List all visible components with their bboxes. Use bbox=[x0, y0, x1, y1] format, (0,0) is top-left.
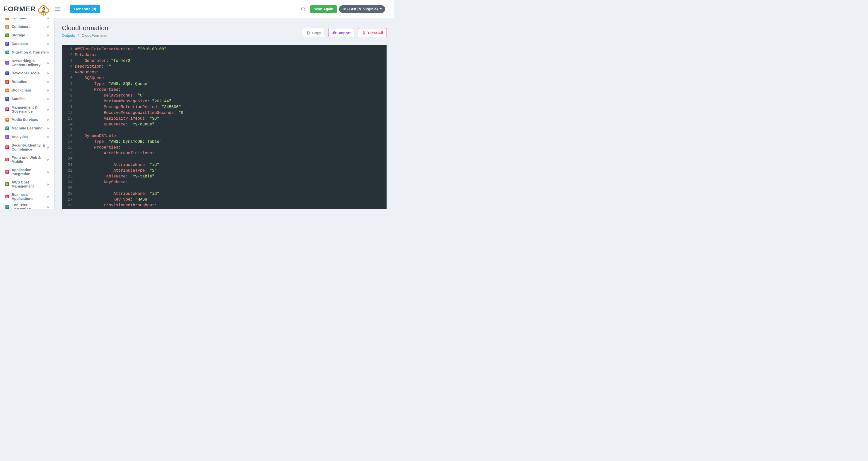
code-line-text: DynamoDBTable: bbox=[72, 133, 118, 139]
sidebar-item-label: Security, Identity, & Compliance bbox=[11, 143, 48, 151]
code-line: 15 bbox=[62, 127, 386, 133]
code-line-text: VisibilityTimeout: "30" bbox=[72, 116, 159, 122]
code-gutter-number: 4 bbox=[62, 64, 72, 69]
machine-learning-icon bbox=[5, 126, 9, 130]
code-line: 11 MessageRetentionPeriod: "345600" bbox=[62, 104, 386, 110]
main-content: CloudFormation Outputs / CloudFormation … bbox=[55, 18, 394, 209]
sidebar-item-end-user-computing[interactable]: End User Computing ▶ bbox=[0, 203, 54, 209]
code-gutter-number: 28 bbox=[62, 203, 72, 208]
code-gutter-number: 21 bbox=[62, 162, 72, 168]
breadcrumb-outputs-link[interactable]: Outputs bbox=[62, 33, 75, 37]
code-gutter-number: 1 bbox=[62, 47, 72, 52]
code-gutter-number: 12 bbox=[62, 110, 72, 116]
code-gutter-number: 11 bbox=[62, 104, 72, 110]
code-line-text: ReceiveMessageWaitTimeSeconds: "0" bbox=[72, 110, 186, 116]
sidebar-item-label: Analytics bbox=[11, 135, 48, 139]
sidebar-item-database[interactable]: Database ▶ bbox=[0, 39, 54, 48]
code-line-text: MaximumMessageSize: "262144" bbox=[72, 98, 171, 104]
chevron-right-icon: ▶ bbox=[48, 71, 49, 75]
sidebar: Compute ▶ Containers ▶ Storage ▶ Databas… bbox=[0, 0, 55, 209]
chevron-right-icon: ▶ bbox=[48, 170, 49, 173]
code-gutter-number: 8 bbox=[62, 87, 72, 93]
database-icon bbox=[5, 42, 9, 46]
code-line: 28 ProvisionedThroughput: bbox=[62, 203, 386, 208]
sidebar-item-blockchain[interactable]: Blockchain ▶ bbox=[0, 86, 54, 94]
code-line-text: - bbox=[72, 185, 111, 191]
business-applications-icon bbox=[5, 195, 9, 198]
region-dropdown[interactable]: US East (N. Virginia) bbox=[339, 5, 385, 13]
sidebar-item-aws-cost-management[interactable]: AWS Cost Management ▶ bbox=[0, 178, 54, 190]
sidebar-item-machine-learning[interactable]: Machine Learning ▶ bbox=[0, 124, 54, 133]
sidebar-item-developer-tools[interactable]: Developer Tools ▶ bbox=[0, 69, 54, 78]
sidebar-item-application-integration[interactable]: Application Integration ▶ bbox=[0, 166, 54, 178]
code-line-text bbox=[72, 127, 75, 133]
chevron-right-icon: ▶ bbox=[48, 108, 49, 111]
code-line-text: ProvisionedThroughput: bbox=[72, 203, 157, 208]
sidebar-item-label: Migration & Transfer bbox=[11, 50, 48, 54]
sidebar-item-storage[interactable]: Storage ▶ bbox=[0, 31, 54, 39]
code-line: 7 Type: "AWS::SQS::Queue" bbox=[62, 81, 386, 87]
code-line: 12 ReceiveMessageWaitTimeSeconds: "0" bbox=[62, 110, 386, 116]
code-line: 4Description: "" bbox=[62, 64, 386, 69]
region-label: US East (N. Virginia) bbox=[343, 7, 378, 11]
logo-text: FORMER bbox=[3, 5, 36, 13]
sidebar-item-front-end-web-mobile[interactable]: Front-end Web & Mobile ▶ bbox=[0, 153, 54, 166]
sidebar-item-media-services[interactable]: Media Services ▶ bbox=[0, 115, 54, 124]
sidebar-item-label: Machine Learning bbox=[11, 126, 48, 130]
developer-tools-icon bbox=[5, 71, 9, 75]
action-buttons: Copy Import Clear All bbox=[302, 28, 387, 37]
breadcrumb: Outputs / CloudFormation bbox=[62, 33, 108, 37]
former2-logo[interactable]: FORMER 2 bbox=[3, 2, 51, 16]
code-gutter-number: 9 bbox=[62, 93, 72, 98]
storage-icon bbox=[5, 33, 9, 37]
code-gutter-number: 2 bbox=[62, 52, 72, 58]
code-line: 25 - bbox=[62, 185, 386, 191]
sidebar-item-networking-content-delivery[interactable]: Networking & Content Delivery ▶ bbox=[0, 57, 54, 69]
code-gutter-number: 14 bbox=[62, 122, 72, 127]
code-line: 14 QueueName: "my-queue" bbox=[62, 122, 386, 127]
sidebar-item-label: Developer Tools bbox=[11, 71, 48, 75]
trash-icon bbox=[362, 31, 366, 35]
sidebar-item-business-applications[interactable]: Business Applications ▶ bbox=[0, 190, 54, 203]
sidebar-item-containers[interactable]: Containers ▶ bbox=[0, 22, 54, 31]
scan-again-button[interactable]: Scan Again bbox=[310, 5, 337, 13]
code-line-text: KeyType: "HASH" bbox=[72, 197, 150, 203]
menu-icon[interactable] bbox=[54, 5, 62, 13]
code-line: 9 DelaySeconds: "0" bbox=[62, 93, 386, 98]
aws-cost-management-icon bbox=[5, 182, 9, 186]
code-gutter-number: 29 bbox=[62, 208, 72, 209]
search-icon[interactable] bbox=[301, 6, 306, 11]
code-gutter-number: 13 bbox=[62, 116, 72, 122]
sidebar-item-satellite[interactable]: Satellite ▶ bbox=[0, 94, 54, 103]
sidebar-item-analytics[interactable]: Analytics ▶ bbox=[0, 133, 54, 141]
code-line-text: AttributeName: "id" bbox=[72, 191, 159, 197]
chevron-right-icon: ▶ bbox=[48, 51, 49, 54]
sidebar-item-label: AWS Cost Management bbox=[11, 180, 48, 188]
chevron-right-icon: ▶ bbox=[48, 80, 49, 83]
satellite-icon bbox=[5, 97, 9, 101]
sidebar-item-label: Business Applications bbox=[11, 193, 48, 201]
application-integration-icon bbox=[5, 170, 9, 174]
code-line: 1AWSTemplateFormatVersion: "2010-09-09" bbox=[62, 47, 386, 52]
sidebar-item-label: Blockchain bbox=[11, 88, 48, 92]
sidebar-item-security-identity-compliance[interactable]: Security, Identity, & Compliance ▶ bbox=[0, 141, 54, 153]
sidebar-item-label: Front-end Web & Mobile bbox=[11, 155, 48, 164]
import-button[interactable]: Import bbox=[328, 28, 354, 37]
sidebar-item-robotics[interactable]: Robotics ▶ bbox=[0, 78, 54, 86]
breadcrumb-separator: / bbox=[78, 33, 79, 37]
generate-button[interactable]: Generate (3) bbox=[70, 5, 100, 13]
code-line-text: AWSTemplateFormatVersion: "2010-09-09" bbox=[72, 47, 166, 52]
clear-all-button[interactable]: Clear All bbox=[358, 28, 387, 37]
code-line-text: SQSQueue: bbox=[72, 76, 106, 81]
sidebar-item-management-governance[interactable]: Management & Governance ▶ bbox=[0, 103, 54, 115]
code-line: 5Resources: bbox=[62, 69, 386, 76]
code-line: 6 SQSQueue: bbox=[62, 76, 386, 81]
code-line-text: QueueName: "my-queue" bbox=[72, 122, 154, 127]
code-line-text: ReadCapacityUnits: 5 bbox=[72, 208, 162, 209]
sidebar-item-migration-transfer[interactable]: Migration & Transfer ▶ bbox=[0, 48, 54, 57]
chevron-right-icon: ▶ bbox=[48, 25, 49, 28]
copy-button[interactable]: Copy bbox=[302, 28, 325, 37]
cloudformation-yaml-editor[interactable]: 1AWSTemplateFormatVersion: "2010-09-09"2… bbox=[62, 45, 387, 209]
code-line: 26 AttributeName: "id" bbox=[62, 191, 386, 197]
security-identity-compliance-icon bbox=[5, 145, 9, 149]
